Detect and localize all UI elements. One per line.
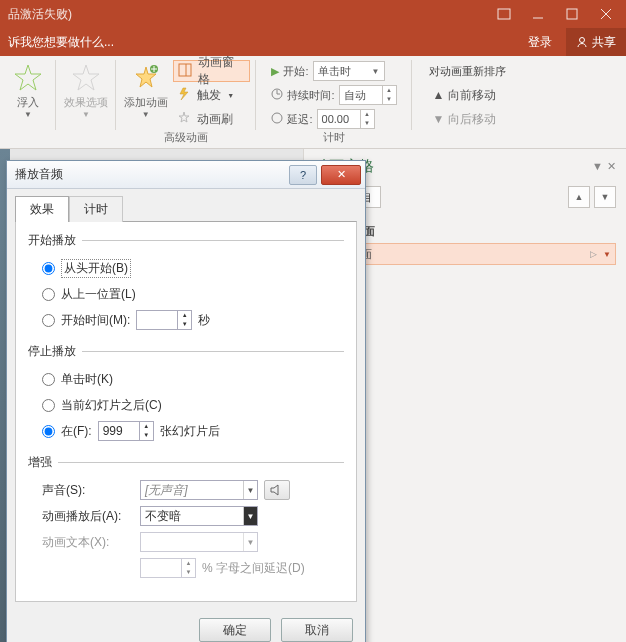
delay-icon [271,112,283,126]
duration-label: 持续时间: [287,88,334,103]
dialog-body: 开始播放 从头开始(B) 从上一位置(L) 开始时间(M): ▲▼ 秒 停止播放… [15,221,357,602]
pane-close-button[interactable]: ✕ [607,160,616,173]
close-button[interactable] [594,5,618,23]
chevron-down-icon: ▼ [142,110,150,119]
up-triangle-icon: ▲ [433,88,445,102]
anim-text-label: 动画文本(X): [42,534,134,551]
chevron-down-icon: ▼ [82,110,90,119]
delay-spin[interactable]: 00.00▲▼ [317,109,375,129]
brush-star-icon [177,111,193,127]
tab-effect[interactable]: 效果 [15,196,69,222]
tellme-bar: 诉我您想要做什么... 登录 共享 [0,28,626,56]
share-button[interactable]: 共享 [566,28,626,56]
from-time-radio[interactable]: 开始时间(M): ▲▼ 秒 [42,307,344,333]
item-name: 体面 [350,247,585,262]
chevron-down-icon: ▼ [243,507,257,525]
ok-button[interactable]: 确定 [199,618,271,642]
start-label: 开始: [283,64,308,79]
star-icon [12,62,44,94]
share-label: 共享 [592,34,616,51]
svg-marker-6 [15,65,41,90]
move-later-button[interactable]: ▼向后移动 [429,108,501,130]
delay-label: 延迟: [287,112,312,127]
lightning-icon [177,87,193,103]
add-animation-button[interactable]: 添加动画 ▼ [122,60,169,130]
svg-rect-2 [567,9,577,19]
after-slides-radio[interactable]: 在(F): 999▲▼ 张幻灯片后 [42,418,344,444]
dialog-close-button[interactable]: ✕ [321,165,361,185]
play-audio-dialog: 播放音频 ? ✕ 效果 计时 开始播放 从头开始(B) 从上一位置(L) 开始时… [6,160,366,642]
dialog-help-button[interactable]: ? [289,165,317,185]
login-link[interactable]: 登录 [520,34,560,51]
speaker-icon [270,484,284,496]
stop-playing-group: 停止播放 单击时(K) 当前幻灯片之后(C) 在(F): 999▲▼ 张幻灯片后 [28,343,344,448]
ribbon: 浮入 ▼ 效果选项 ▼ 添加动画 ▼ 动画窗格 触发 [0,56,626,149]
enhance-group: 增强 声音(S): [无声音]▼ 动画播放后(A): 不变暗▼ 动画文本(X):… [28,454,344,585]
group-label-timing: 计时 [262,130,406,147]
svg-point-5 [580,38,585,43]
star-outline-icon [70,62,102,94]
chevron-down-icon: ▼ [227,92,234,99]
effect-marker-icon: ▷ [590,249,597,259]
tellme-prompt[interactable]: 诉我您想要做什么... [8,34,114,51]
sound-label: 声音(S): [42,482,134,499]
after-anim-combo[interactable]: 不变暗▼ [140,506,258,526]
dialog-footer: 确定 取消 [7,610,365,642]
dialog-tabs: 效果 计时 [7,189,365,221]
chevron-down-icon: ▼ [243,533,257,551]
svg-marker-14 [180,88,188,100]
pane-options-button[interactable]: ▼ [592,160,603,173]
down-triangle-icon: ▼ [433,112,445,126]
dialog-titlebar[interactable]: 播放音频 ? ✕ [7,161,365,189]
ribbon-display-icon[interactable] [492,5,516,23]
svg-rect-12 [179,64,191,76]
duration-spin[interactable]: 自动▲▼ [339,85,397,105]
letter-delay-label: % 字母之间延迟(D) [202,560,305,577]
after-anim-label: 动画播放后(A): [42,508,134,525]
enhance-legend: 增强 [28,454,58,471]
after-current-radio[interactable]: 当前幻灯片之后(C) [42,392,344,418]
reorder-header: 对动画重新排序 [429,60,506,82]
from-time-spin[interactable]: ▲▼ [136,310,192,330]
from-beginning-radio[interactable]: 从头开始(B) [42,255,344,281]
effect-options-full-button: 效果选项 ▼ [62,60,110,119]
after-suffix: 张幻灯片后 [160,423,220,440]
group-label-advanced: 高级动画 [122,130,250,147]
clock-icon [271,88,283,102]
tab-timing[interactable]: 计时 [69,196,123,222]
minimize-button[interactable] [526,5,550,23]
item-menu-button[interactable]: ▼ [603,250,611,259]
sound-preview-button[interactable] [264,480,290,500]
svg-marker-15 [179,112,189,122]
sound-combo[interactable]: [无声音]▼ [140,480,258,500]
animation-painter-button[interactable]: 动画刷 [173,108,250,130]
start-playing-group: 开始播放 从头开始(B) 从上一位置(L) 开始时间(M): ▲▼ 秒 [28,232,344,337]
chevron-down-icon: ▼ [372,67,380,76]
chevron-down-icon: ▼ [243,481,257,499]
svg-marker-7 [73,65,99,90]
from-last-radio[interactable]: 从上一位置(L) [42,281,344,307]
window-controls [492,5,618,23]
animation-pane-button[interactable]: 动画窗格 [173,60,250,82]
dialog-title: 播放音频 [15,166,285,183]
svg-point-19 [272,113,282,123]
pane-icon [178,63,194,79]
maximize-button[interactable] [560,5,584,23]
move-up-button[interactable]: ▲ [568,186,590,208]
cancel-button[interactable]: 取消 [281,618,353,642]
trigger-button[interactable]: 触发 ▼ [173,84,250,106]
start-legend: 开始播放 [28,232,82,249]
window-titlebar: 品激活失败) [0,0,626,28]
add-star-icon [130,62,162,94]
move-earlier-button[interactable]: ▲向前移动 [429,84,501,106]
move-down-button[interactable]: ▼ [594,186,616,208]
effect-options-button[interactable]: 浮入 ▼ [4,60,52,119]
start-combo[interactable]: 单击时▼ [313,61,385,81]
play-icon: ▶ [271,65,279,78]
after-slides-spin[interactable]: 999▲▼ [98,421,154,441]
account-share-area: 登录 共享 [520,28,626,56]
window-title: 品激活失败) [8,6,492,23]
svg-rect-0 [498,9,510,19]
chevron-down-icon: ▼ [24,110,32,119]
on-click-radio[interactable]: 单击时(K) [42,366,344,392]
